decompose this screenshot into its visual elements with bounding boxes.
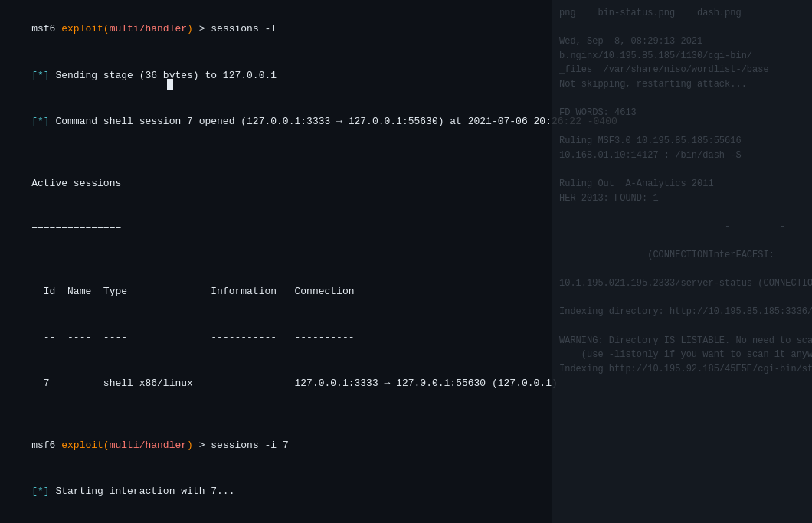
col-type-val: shell x86/linux — [103, 378, 211, 389]
terminal[interactable]: msf6 exploit(multi/handler) > sessions -… — [0, 0, 812, 523]
text-cursor — [167, 79, 173, 90]
info-text-3: Starting interaction with 7... — [50, 485, 235, 497]
right-line-12 — [559, 163, 804, 178]
info-text-2: Command shell session 7 opened (127.0.0.… — [50, 116, 617, 127]
right-line-25: (use -listonly if you want to scan it an… — [559, 348, 804, 362]
col-conn-header: Connection — [295, 286, 355, 297]
col-id-val: 7 — [31, 378, 67, 389]
right-line-21 — [559, 291, 804, 306]
prompt-arrow: > sessions -l — [193, 23, 277, 34]
right-line-18: (CONNECTIONInterFACESI: — [559, 248, 804, 263]
right-line-14: HER 2013: FOUND: 1 — [559, 191, 804, 206]
exploit-label: exploit( — [61, 23, 109, 34]
info-bracket-3: [*] — [31, 485, 49, 497]
col-id-div: -- — [31, 332, 67, 343]
info-text-1: Sending stage (36 bytes) to 127.0.0.1 — [50, 70, 277, 81]
right-line-17 — [559, 234, 804, 249]
col-type-div: ---- — [103, 332, 211, 343]
right-line-10: Ruling MSF3.0 10.195.85.185:55616 — [559, 134, 804, 149]
right-line-16: - - — [559, 220, 804, 234]
right-line-5: _files /var/share/niso/wordlist-/base — [559, 63, 804, 77]
right-line-30 — [559, 419, 804, 433]
right-line-13: Ruling Out A-Analytics 2011 — [559, 177, 804, 191]
right-line-4: b.nginx/10.195.85.185/1130/cgi-bin/ — [559, 49, 804, 64]
col-name-val — [67, 378, 103, 389]
col-name-header: Name — [67, 286, 103, 297]
right-line-29 — [559, 405, 804, 420]
right-line-6: Not skipping, restarting attack... — [559, 77, 804, 92]
right-line-26: Indexing http://10.195.92.185/45E5E/cgi-… — [559, 362, 804, 377]
col-name-div: ---- — [67, 332, 103, 343]
right-line-27 — [559, 376, 804, 391]
right-line-11: 10.168.01.10:14127 : /bin/dash -S — [559, 149, 804, 163]
info-bracket-2: [*] — [31, 116, 49, 127]
right-line-15 — [559, 205, 804, 220]
msf6-label-2: msf6 — [31, 440, 61, 451]
right-line-22: Indexing directory: http://10.195.85.185… — [559, 305, 804, 319]
module-label-2: multi/handler — [110, 440, 187, 451]
exploit-close-2: ) — [187, 440, 193, 451]
col-id-header: Id — [31, 286, 67, 297]
right-line-2 — [559, 21, 804, 35]
right-panel-overlay: png bin-status.png dash.png Wed, Sep 8, … — [552, 0, 812, 523]
right-line-28: lib — [559, 391, 804, 405]
info-bracket-1: [*] — [31, 70, 49, 81]
col-conn-div: ---------- — [295, 332, 355, 343]
exploit-label-2: exploit( — [61, 440, 109, 451]
right-line-1: png bin-status.png dash.png — [559, 6, 804, 21]
col-info-header: Information — [211, 286, 294, 297]
right-line-9 — [559, 120, 804, 135]
right-line-19 — [559, 263, 804, 277]
right-line-23 — [559, 319, 804, 334]
right-line-7 — [559, 92, 804, 106]
module-label: multi/handler — [110, 23, 187, 34]
col-conn-val: 127.0.0.1:3333 → 127.0.0.1:55630 (127.0.… — [295, 378, 558, 389]
exploit-close: ) — [187, 23, 193, 34]
msf6-label: msf6 — [31, 23, 61, 34]
right-line-20: 10.1.195.021.195.2333/server-status (CON… — [559, 276, 804, 291]
right-line-24: WARNING: Directory IS LISTABLE. No need … — [559, 334, 804, 348]
col-type-header: Type — [103, 286, 211, 297]
col-info-val — [211, 378, 294, 389]
prompt-arrow-2: > sessions -i 7 — [193, 440, 289, 451]
right-line-8: FD_WORDS: 4613 — [559, 106, 804, 120]
right-line-3: Wed, Sep 8, 08:29:13 2021 — [559, 34, 804, 49]
col-info-div: ----------- — [211, 332, 294, 343]
